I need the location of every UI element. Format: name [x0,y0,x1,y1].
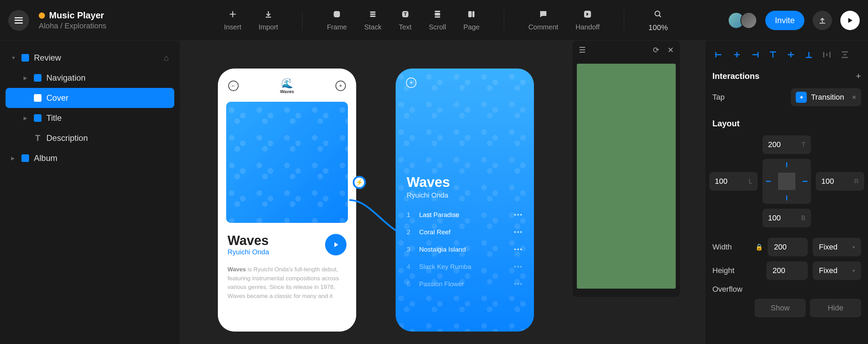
overflow-show-button[interactable]: Show [755,299,806,317]
album-artist: Ryuichi Onda [228,248,269,256]
sparkle-icon: ✦ [796,92,807,103]
comment-icon [538,9,549,20]
width-mode-select[interactable]: Fixed▾ [813,238,861,256]
menu-icon: ☰ [579,46,586,55]
interaction-node-icon[interactable]: ⚡ [353,176,366,189]
chevron-down-icon: ▼ [11,55,17,61]
align-top-button[interactable] [766,49,779,60]
align-bottom-button[interactable] [802,49,815,60]
invite-button[interactable]: Invite [765,11,804,30]
tool-import[interactable]: Import [259,9,278,32]
pin-right-input[interactable]: 100R [816,172,864,191]
tool-stack[interactable]: Stack [364,9,381,32]
height-mode-select[interactable]: Fixed▾ [813,261,861,280]
cover-art [226,102,348,223]
artboard-review[interactable]: ← 🌊 Waves + Waves Ryuichi Onda Waves is … [218,69,356,332]
stack-icon [367,9,378,20]
chevron-right-icon: ▶ [24,115,29,121]
hamburger-icon [15,17,23,24]
svg-rect-2 [370,13,376,15]
upload-icon [818,16,827,25]
interaction-trigger-label[interactable]: Tap [712,93,724,102]
svg-rect-9 [468,11,472,17]
remove-interaction-button[interactable]: ✕ [852,94,856,101]
frame-icon [34,114,41,122]
pin-bottom-input[interactable]: 100B [763,209,811,227]
play-button [325,234,347,255]
align-right-button[interactable] [748,49,761,60]
pin-top-input[interactable]: 200T [763,135,811,154]
height-label: Height [712,266,750,275]
interactions-heading: Interactions [712,71,759,81]
tree-item-label: Cover [46,93,68,103]
svg-rect-8 [435,16,440,18]
close-icon: ✕ [667,46,674,54]
distribute-v-button[interactable] [838,49,851,60]
album-description: Waves is Ryuichi Onda's full-length debu… [218,262,356,303]
add-interaction-button[interactable]: + [856,71,861,81]
tool-zoom[interactable]: 100% [648,9,668,32]
svg-point-12 [655,11,660,16]
tree-item-description[interactable]: T Description [6,128,174,148]
width-input[interactable]: 200 [768,238,808,256]
overflow-label: Overflow [712,285,750,294]
tool-scroll[interactable]: Scroll [429,9,446,32]
tool-page[interactable]: Page [463,9,480,32]
tool-insert[interactable]: Insert [224,9,241,32]
frame-icon [34,74,41,82]
artboard-album[interactable]: + Waves Ryuichi Onda 1Last Paradise•••2C… [396,69,534,332]
collaborator-avatars[interactable] [728,12,757,29]
main-menu-button[interactable] [8,10,29,31]
tree-item-cover[interactable]: Cover [6,88,174,108]
breadcrumb[interactable]: Aloha / Explorations [39,21,107,30]
scroll-icon [432,9,443,20]
tree-item-label: Album [34,153,57,163]
add-icon: + [335,81,346,91]
artboard-preview[interactable]: ☰ ⟳ ✕ [573,41,680,297]
tree-item-title[interactable]: ▶ Title [6,108,174,128]
design-canvas[interactable]: ← 🌊 Waves + Waves Ryuichi Onda Waves is … [180,41,705,344]
height-input[interactable]: 200 [766,261,808,280]
align-center-h-button[interactable] [730,49,744,60]
avatar [740,12,757,29]
refresh-icon: ⟳ [653,46,659,54]
logo-text: Waves [280,89,294,94]
tool-comment[interactable]: Comment [528,9,558,32]
layout-heading: Layout [712,119,740,128]
divider [302,11,303,30]
tree-item-label: Title [46,113,62,123]
tree-item-label: Review [34,53,61,63]
constraint-widget[interactable] [763,159,811,204]
align-left-button[interactable] [712,49,726,60]
page-icon [466,9,477,20]
search-icon [653,9,664,20]
overflow-hide-button[interactable]: Hide [810,299,861,317]
chevron-down-icon: ▾ [852,268,855,273]
share-button[interactable] [813,11,832,30]
align-center-v-button[interactable] [784,49,797,60]
track-row: 4Slack Key Rumba••• [396,258,534,275]
pin-left-input[interactable]: 100L [709,172,758,191]
tree-item-review[interactable]: ▼ Review ⌂ [6,48,174,68]
tree-item-album[interactable]: ▶ Album [6,148,174,168]
preview-button[interactable] [840,11,860,30]
svg-rect-10 [472,11,474,17]
tool-text[interactable]: T Text [399,9,412,32]
chevron-right-icon: ▶ [11,155,17,161]
album-title: Waves [228,233,269,248]
lock-icon[interactable]: 🔒 [755,243,763,251]
inspector-panel: Interactions + Tap ✦ Transition ✕ Layout… [705,41,868,344]
svg-rect-7 [435,13,440,16]
tool-frame[interactable]: Frame [327,9,347,32]
home-icon: ⌂ [164,53,169,63]
frame-icon [21,54,29,62]
tree-item-navigation[interactable]: ▶ Navigation [6,68,174,88]
width-label: Width [712,243,750,252]
title-block: Music Player Aloha / Explorations [39,10,107,30]
transition-pill[interactable]: ✦ Transition ✕ [791,88,861,106]
play-icon [846,17,854,24]
chevron-right-icon: ▶ [24,75,29,81]
distribute-h-button[interactable] [820,49,833,60]
tool-handoff[interactable]: Handoff [575,9,600,32]
placeholder-frame [577,64,676,289]
